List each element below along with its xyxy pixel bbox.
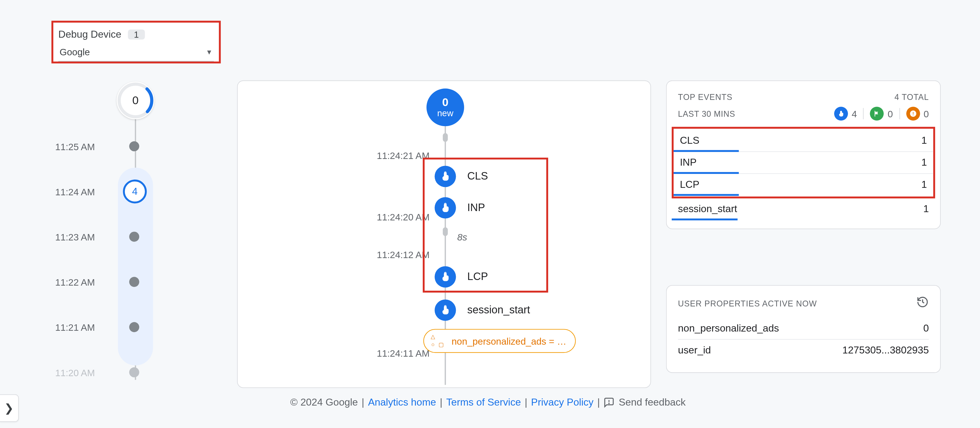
event-label: CLS [467,170,488,183]
chevron-down-icon: ▼ [206,48,213,56]
send-feedback-label: Send feedback [619,397,686,408]
top-event-count: 1 [921,179,927,190]
history-icon[interactable] [916,296,929,311]
highlighted-top-events-box: CLS 1 INP 1 LCP 1 [672,127,935,198]
new-events-label: new [437,108,453,118]
user-property-row[interactable]: non_personalized_ads 0 [678,318,929,340]
svg-point-1 [117,82,154,120]
debug-device-dropdown[interactable]: Google ▼ [59,44,214,62]
top-event-name: session_start [678,203,737,214]
shapes-icon: △○▢ [429,333,445,349]
event-timestamp: 11:24:11 AM [377,348,430,359]
top-event-row[interactable]: INP 1 [674,152,933,174]
touch-event-icon [435,197,456,219]
minute-count-badge: 4 [123,179,147,203]
user-properties-card: USER PROPERTIES ACTIVE NOW non_personali… [666,285,941,373]
touch-event-icon [834,107,848,120]
minute-row[interactable]: 11:21 AM [55,305,218,350]
minute-row[interactable]: 11:24 AM 4 [55,169,218,214]
top-events-card: TOP EVENTS 4 TOTAL LAST 30 MINS 4 0 [666,80,941,229]
error-icon [906,107,920,120]
debug-device-count-badge: 1 [127,29,145,40]
footer-terms-link[interactable]: Terms of Service [446,397,521,408]
user-properties-title: USER PROPERTIES ACTIVE NOW [678,299,817,308]
top-event-row[interactable]: CLS 1 [674,130,933,152]
minute-label: 11:21 AM [55,322,112,332]
new-events-count: 0 [442,97,449,108]
flag-icon [870,107,884,120]
event-label: session_start [467,304,530,316]
minute-label: 11:25 AM [55,141,112,152]
top-event-count: 1 [921,157,927,168]
top-events-title: TOP EVENTS [678,92,732,102]
stream-gap-pill [443,133,448,142]
event-label: INP [467,201,485,214]
debug-device-label: Debug Device [59,29,121,40]
top-event-count: 1 [921,135,927,146]
user-property-row[interactable]: user_id 1275305...3802935 [678,340,929,361]
chevron-right-icon: ❯ [4,401,14,415]
error-events-count: 0 [906,107,929,120]
user-property-pill[interactable]: △○▢ non_personalized_ads = … [423,329,576,353]
top-event-bar [672,219,738,220]
user-property-value: 1275305...3802935 [842,345,929,356]
minute-dot-icon [129,277,139,287]
new-events-bubble[interactable]: 0 new [426,88,464,126]
send-feedback-button[interactable]: Send feedback [604,397,686,408]
minute-timeline: 0 11:25 AM 11:24 AM 4 11:23 AM 11:22 AM … [55,85,218,386]
touch-event-icon [435,300,456,321]
event-timestamp: 11:24:21 AM [377,150,430,161]
minute-row[interactable]: 11:22 AM [55,259,218,305]
top-event-row[interactable]: session_start 1 [672,198,935,220]
minute-dot-icon [129,141,139,152]
minute-row[interactable]: 11:25 AM [55,124,218,169]
top-event-bar [674,172,738,174]
minute-label: 11:24 AM [55,186,112,197]
user-property-value: 0 [923,323,929,334]
touch-events-count: 4 [834,107,857,120]
event-row-cls[interactable]: CLS [435,166,488,187]
debug-device-selected: Google [59,46,90,57]
realtime-spinner: 0 [117,82,154,120]
minute-dot-icon [129,367,139,377]
minute-label: 11:22 AM [55,276,112,287]
svg-point-7 [609,403,609,404]
user-property-name: user_id [678,345,711,356]
top-event-name: INP [680,157,697,168]
user-property-pill-label: non_personalized_ads = … [452,335,566,346]
minute-dot-icon [129,232,139,242]
footer-privacy-link[interactable]: Privacy Policy [531,397,593,408]
stream-gap-pill [443,227,448,236]
event-timestamp: 11:24:12 AM [377,249,430,260]
top-events-sublabel: LAST 30 MINS [678,109,735,118]
elapsed-gap-label: 8s [457,232,467,242]
page-footer: © 2024 Google | Analytics home | Terms o… [237,397,739,408]
expand-panel-button[interactable]: ❯ [0,394,19,422]
top-event-row[interactable]: LCP 1 [674,174,933,195]
footer-analytics-home-link[interactable]: Analytics home [368,397,436,408]
user-property-name: non_personalized_ads [678,323,779,334]
top-event-name: LCP [680,179,699,190]
top-event-count: 1 [923,203,929,214]
touch-event-icon [435,166,456,187]
event-label: LCP [467,271,488,283]
minute-label: 11:23 AM [55,232,112,242]
top-events-total: 4 TOTAL [895,92,929,102]
top-event-name: CLS [680,135,699,146]
feedback-icon [604,397,615,408]
top-event-bar [674,150,738,152]
minute-row[interactable]: 11:20 AM [55,350,218,395]
conversion-events-count: 0 [870,107,893,120]
minute-label: 11:20 AM [55,367,112,378]
footer-copyright: © 2024 Google [290,397,358,408]
event-row-inp[interactable]: INP [435,197,485,219]
debug-device-selector[interactable]: Debug Device 1 Google ▼ [51,21,221,64]
minute-dot-icon [129,322,139,332]
top-event-bar [674,194,738,196]
event-timestamp: 11:24:20 AM [377,212,430,222]
top-events-type-counts: 4 0 0 [834,107,929,120]
event-row-session-start[interactable]: session_start [435,300,530,321]
event-row-lcp[interactable]: LCP [435,266,488,287]
minute-row[interactable]: 11:23 AM [55,214,218,259]
event-stream-card: 0 new 11:24:21 AM 11:24:20 AM 11:24:12 A… [237,80,651,388]
